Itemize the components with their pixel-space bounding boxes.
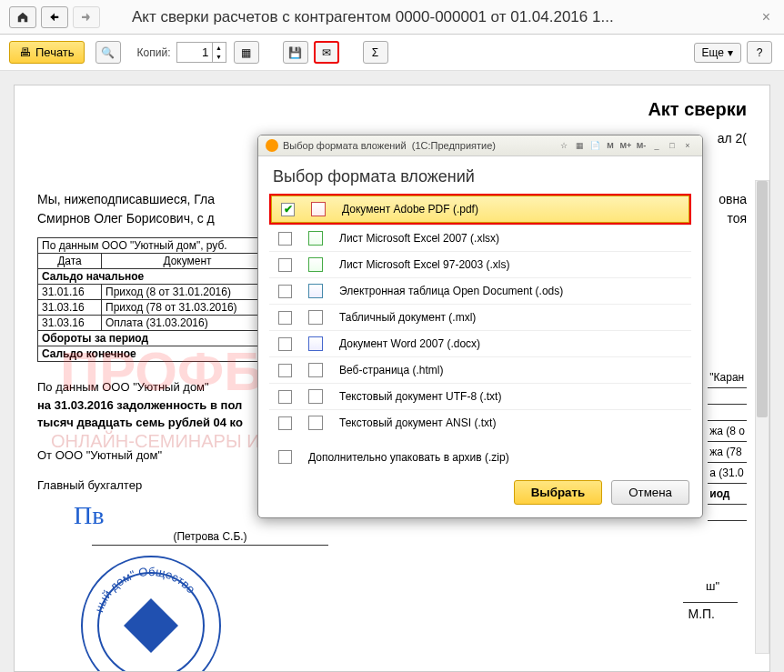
save-button[interactable]: 💾 [283, 41, 308, 64]
table-row: 31.01.16Приход (8 от 31.01.2016) [38, 285, 274, 300]
titlebar-close-icon[interactable]: × [680, 139, 695, 152]
fragment-line [708, 405, 747, 421]
format-option[interactable]: Веб-страница (.html) [269, 356, 691, 383]
html-icon [308, 363, 323, 377]
dialog-header: Выбор формата вложений [258, 156, 702, 194]
dialog-titlebar[interactable]: Выбор формата вложений (1С:Предприятие) … [258, 135, 702, 156]
help-button[interactable]: ? [747, 41, 772, 64]
titlebar-buttons: ☆ ▦ 📄 M M+ M- _ □ × [557, 139, 695, 152]
doc-line: на 31.03.2016 задолженность в пол [37, 398, 242, 412]
titlebar-icon[interactable]: ▦ [572, 139, 587, 152]
cell-doc: Приход (78 от 31.03.2016) [102, 300, 274, 316]
format-option[interactable]: Текстовый документ ANSI (.txt) [269, 409, 691, 436]
cancel-button[interactable]: Отмена [611, 480, 689, 505]
row-closing-balance: Сальдо конечное [38, 346, 274, 362]
format-option[interactable]: Электронная таблица Open Document (.ods) [269, 277, 691, 304]
format-list: Лист Microsoft Excel 2007 (.xlsx) Лист M… [269, 225, 691, 436]
home-button[interactable] [9, 6, 36, 28]
cell-doc: Оплата (31.03.2016) [102, 316, 274, 331]
doc-line: тысяч двадцать семь рублей 04 ко [37, 416, 243, 429]
checkbox[interactable] [278, 285, 292, 298]
vertical-scrollbar[interactable] [755, 180, 769, 654]
titlebar-m-button[interactable]: M [603, 139, 618, 152]
format-option[interactable]: Текстовый документ UTF-8 (.txt) [269, 383, 691, 409]
format-label: Текстовый документ UTF-8 (.txt) [339, 390, 501, 403]
ods-icon [308, 284, 323, 298]
copies-input[interactable] [176, 42, 213, 63]
table-caption: По данным ООО "Уютный дом", руб. [38, 238, 274, 254]
cell-date: 31.03.16 [38, 316, 102, 331]
select-button[interactable]: Выбрать [514, 480, 603, 505]
stamp-label: М.П. [688, 607, 715, 621]
doc-sh-fragment: ш" [706, 579, 719, 593]
checkbox[interactable] [278, 232, 292, 246]
format-option[interactable]: Документ Adobe PDF (.pdf) [271, 196, 689, 223]
fragment-line: жа (8 о [708, 421, 747, 442]
dialog-footer: Выбрать Отмена [258, 473, 702, 517]
table-row: 31.03.16Оплата (31.03.2016) [38, 316, 274, 331]
mxl-icon [308, 310, 323, 325]
pdf-icon [311, 202, 326, 216]
grid-icon: ▦ [241, 46, 251, 59]
close-icon[interactable]: × [758, 9, 775, 25]
txt-icon [308, 416, 323, 430]
copies-spinner[interactable]: ▲▼ [213, 42, 226, 63]
titlebar-icon[interactable]: ☆ [557, 139, 571, 152]
checkbox[interactable] [278, 311, 292, 325]
titlebar-maximize-icon[interactable]: □ [665, 139, 679, 152]
titlebar-icon[interactable]: 📄 [588, 139, 602, 152]
forward-button[interactable]: 🠊 [73, 6, 100, 28]
dialog-window-title: Выбор формата вложений (1С:Предприятие) [283, 140, 557, 151]
doc-heading-fragment: Акт сверки [648, 99, 747, 120]
format-option[interactable]: Табличный документ (.mxl) [269, 304, 691, 330]
checkbox[interactable] [278, 416, 292, 430]
fragment-line: а (31.0 [708, 463, 747, 484]
right-table-fragment: "Каран жа (8 о жа (78 а (31.0 иод [708, 367, 747, 521]
titlebar-minimize-icon[interactable]: _ [649, 139, 664, 152]
format-label: Лист Microsoft Excel 2007 (.xlsx) [339, 232, 499, 245]
scrollbar-thumb[interactable] [757, 181, 768, 417]
doc-line: По данным ООО "Уютный дом" [37, 380, 209, 394]
doc-line-fragment: тоя [727, 209, 747, 228]
format-label: Документ Adobe PDF (.pdf) [342, 203, 478, 216]
preview-button[interactable]: 🔍 [95, 41, 121, 64]
format-option[interactable]: Лист Microsoft Excel 97-2003 (.xls) [269, 251, 691, 277]
magnifier-icon: 🔍 [101, 46, 115, 59]
doc-text-fragment: ал 2( [718, 131, 747, 145]
format-label: Документ Word 2007 (.docx) [339, 337, 480, 350]
checkbox[interactable] [278, 364, 292, 377]
fragment-line: жа (78 [708, 442, 747, 463]
reconciliation-table: По данным ООО "Уютный дом", руб. ДатаДок… [37, 237, 274, 362]
window-title: Акт сверки расчетов с контрагентом 0000-… [132, 8, 758, 26]
docx-icon [308, 336, 323, 351]
chevron-down-icon: ▾ [728, 46, 733, 59]
format-option[interactable]: Документ Word 2007 (.docx) [269, 330, 691, 356]
checkbox[interactable] [278, 450, 292, 464]
row-turnover: Обороты за период [38, 331, 274, 346]
email-button[interactable]: ✉ [314, 41, 339, 64]
zip-option[interactable]: Дополнительно упаковать в архив (.zip) [258, 436, 702, 473]
titlebar-m-minus-button[interactable]: M- [634, 139, 648, 152]
format-option[interactable]: Лист Microsoft Excel 2007 (.xlsx) [269, 225, 691, 251]
checkbox[interactable] [278, 390, 292, 404]
print-button[interactable]: 🖶 Печать [9, 41, 85, 64]
format-label: Лист Microsoft Excel 97-2003 (.xls) [339, 258, 509, 271]
xls-icon [308, 257, 323, 272]
template-button[interactable]: ▦ [234, 41, 259, 64]
checkbox[interactable] [278, 337, 292, 351]
fragment-line: иод [708, 484, 747, 505]
back-button[interactable]: 🠈 [41, 6, 68, 28]
titlebar-m-plus-button[interactable]: M+ [618, 139, 633, 152]
fragment-line [708, 505, 747, 521]
sigma-icon: Σ [372, 46, 378, 59]
fragment-line [708, 388, 747, 405]
checkbox[interactable] [281, 203, 295, 216]
spinner-up-icon[interactable]: ▲ [213, 43, 226, 53]
print-label: Печать [35, 45, 75, 59]
checkbox[interactable] [278, 258, 292, 272]
fragment-line: "Каран [708, 367, 747, 388]
spinner-down-icon[interactable]: ▼ [213, 53, 226, 63]
more-button[interactable]: Еще▾ [694, 43, 741, 63]
txt-icon [308, 389, 323, 404]
sum-button[interactable]: Σ [363, 41, 388, 64]
